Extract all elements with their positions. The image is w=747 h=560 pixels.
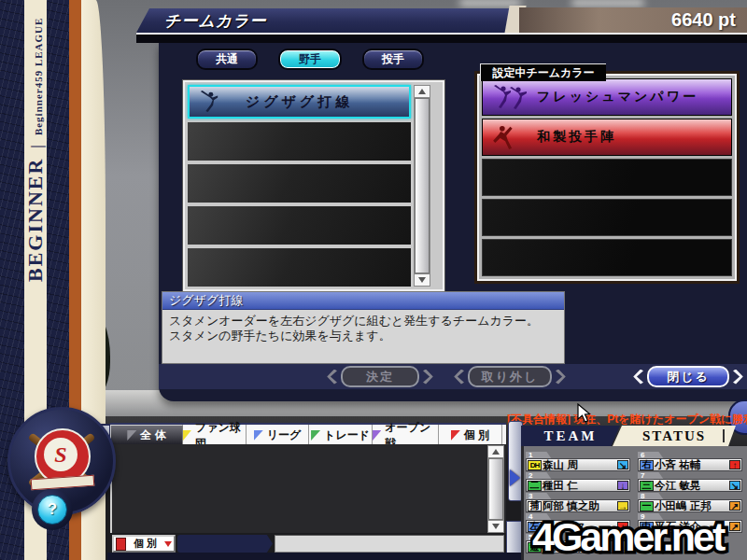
sidebar-vertical-label: BEGINNER|Beginner459 LEAGUE [23,18,48,282]
ceiling-light [571,0,644,6]
chat-tab-league[interactable]: リーグ [247,425,309,446]
question-mark-icon: ? [37,495,67,525]
player-name: 森山 周 [543,458,578,472]
equipped-empty-slot[interactable] [482,239,732,276]
flag-icon [311,430,320,441]
equipped-panel-title: 設定中チームカラー [480,63,606,81]
scroll-thumb[interactable] [488,458,503,520]
chat-scrollbar[interactable] [487,445,504,533]
player-name: 小斉 祐輔 [655,458,700,472]
scroll-up-button[interactable] [488,446,503,458]
pitcher-icon [492,124,516,150]
notice-ticker: [不具合情報] 現在、Ptを賭けたオープン戦に勝利 [507,412,747,425]
confirm-button-label: 決定 [341,366,419,387]
batter-icon [199,90,219,114]
tab-fielders[interactable]: 野手 [278,49,342,70]
chat-tab-fanclub[interactable]: ファン球団 [183,425,247,446]
watermark-text: 4Gamer.net [532,514,726,559]
tab-pitchers[interactable]: 投手 [362,49,424,70]
equipped-panel: フレッシュマンパワー 和製投手陣 [474,71,740,284]
label-divider: | [29,135,45,158]
tab-divider [723,429,725,442]
list-empty-slot[interactable] [188,206,411,245]
equipped-empty-slot[interactable] [482,159,732,196]
channel-flag-icon [116,538,126,551]
close-button[interactable]: 閉じる [633,367,743,386]
scroll-thumb[interactable] [415,98,430,273]
points-bar: 6640 pt [519,7,747,33]
close-button-label: 閉じる [647,366,729,387]
player-name: 種田 仁 [543,479,578,493]
scroll-down-button[interactable] [488,520,503,532]
remove-button[interactable]: 取り外し [454,367,566,386]
remove-button-label: 取り外し [468,366,552,387]
scroll-up-button[interactable] [415,86,430,98]
equipped-title-text: 設定中チームカラー [492,65,594,81]
arrow-up-icon [418,89,426,94]
emblem-monogram: S [44,438,78,471]
tab-status-label: STATUS [642,428,706,444]
chat-input-row: 個 別 [112,534,504,553]
chat-log[interactable] [110,444,506,533]
channel-selector[interactable]: 個 別 [112,535,176,553]
equipped-item-label: 和製投手陣 [537,129,616,146]
chevron-right-icon [733,370,743,385]
tab-team[interactable]: TEAM [521,426,620,446]
tab-common[interactable]: 共通 [196,49,258,70]
list-empty-slot[interactable] [188,164,411,203]
help-button[interactable]: ? [32,489,73,530]
two-players-icon [492,84,529,110]
list-item-zigzag[interactable]: ジグザグ打線 [188,85,411,119]
description-header: ジグザグ打線 [162,292,564,310]
roster-tab-row: TEAM STATUS [521,426,747,447]
tab-common-label: 共通 [216,51,238,67]
chat-input-field[interactable] [275,535,504,553]
mouse-cursor-icon [577,403,592,424]
scroll-down-button[interactable] [415,273,430,286]
list-item-label: ジグザグ打線 [246,93,353,111]
player-row[interactable]: 右 小斉 祐輔 ↑ [638,458,742,471]
flag-icon [451,430,460,441]
chat-tab-private[interactable]: 個 別 [439,425,502,446]
player-row[interactable]: DH 森山 周 ↘ [526,458,630,471]
confirm-button[interactable]: 決定 [327,367,433,386]
player-row[interactable]: 三 今江 敏晃 ↘ [638,479,742,492]
position-badge: DH [528,460,542,470]
dropdown-caret-icon [164,541,172,547]
page-title: チームカラー [164,10,267,32]
channel-label: 個 別 [129,537,162,551]
chat-tab-label: トレード [324,427,370,443]
chat-tab-label: リーグ [267,427,302,443]
player-row[interactable]: 二 種田 仁 ↓ [526,479,630,492]
chevron-left-icon [633,370,643,385]
condition-arrow-icon: ↓ [617,481,628,490]
description-line: スタメンオーダーを左右ジグザグに組むと発生するチームカラー。 [169,314,564,329]
tab-status[interactable]: STATUS [613,426,736,446]
expand-arrow-icon[interactable] [510,469,520,486]
description-body: スタメンオーダーを左右ジグザグに組むと発生するチームカラー。 スタメンの野手たち… [162,310,564,363]
league-rank-label: BEGINNER [23,158,47,282]
list-empty-slot[interactable] [188,248,411,287]
list-scrollbar[interactable] [414,85,430,287]
league-name-label: Beginner459 LEAGUE [33,18,44,135]
tab-pitchers-label: 投手 [382,51,404,67]
chat-tab-trade[interactable]: トレード [309,425,373,446]
chat-tab-openmatch[interactable]: オープン戦 [373,425,439,446]
chat-tab-all[interactable]: 全 体 [110,425,183,446]
chat-tab-row: 全 体 ファン球団 リーグ トレード オープン戦 個 別 [110,423,506,446]
equipped-empty-slot[interactable] [482,199,732,236]
equipped-item-freshman-power[interactable]: フレッシュマンパワー [482,78,732,116]
chevron-left-icon [454,370,464,385]
player-name: 今江 敏晃 [655,479,700,493]
whisper-target-segment [177,535,273,553]
watermark: 4Gamer.net [530,510,747,560]
arrow-down-icon [492,524,500,529]
equipped-item-japanese-pitchers[interactable]: 和製投手陣 [482,119,732,156]
list-empty-slot[interactable] [188,122,411,161]
title-shadow-strip [136,35,747,43]
chat-tab-label: 全 体 [140,427,165,443]
flag-icon [183,430,191,441]
arrow-down-icon [418,277,426,283]
team-color-list: ジグザグ打線 [183,80,444,291]
position-badge: 二 [528,481,542,491]
